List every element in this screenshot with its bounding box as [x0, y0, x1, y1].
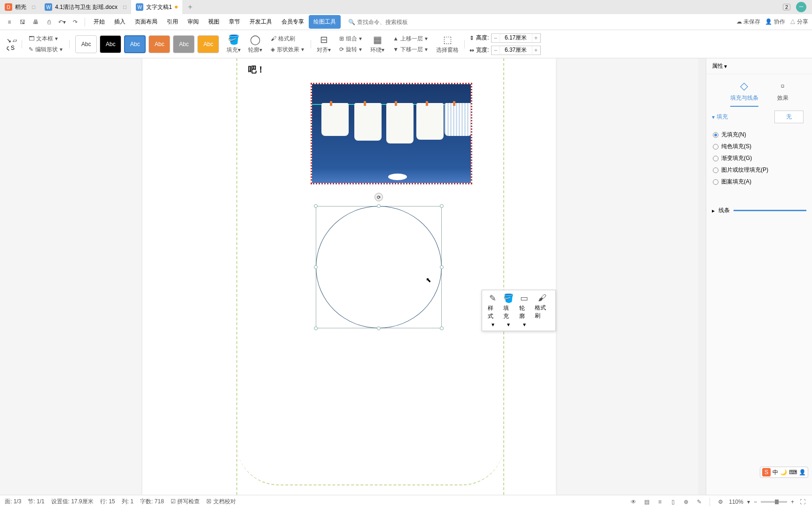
page-status[interactable]: 面: 1/3	[5, 498, 21, 506]
group-button[interactable]: ⊞ 组合 ▾	[337, 34, 364, 44]
rotate-button[interactable]: ⟳ 旋转 ▾	[337, 45, 364, 55]
style-preset-4[interactable]: Abc	[148, 35, 170, 53]
zoom-out[interactable]: −	[754, 499, 757, 505]
float-painter-button[interactable]: 🖌格式刷	[532, 293, 553, 328]
tab-reference[interactable]: 引用	[162, 15, 183, 29]
resize-handle-s[interactable]	[377, 326, 381, 330]
search-input[interactable]	[357, 19, 428, 25]
width-inc[interactable]: +	[532, 46, 540, 55]
unsaved-button[interactable]: ☁ 未保存	[736, 18, 760, 26]
radio-picture-fill[interactable]: 图片或纹理填充(P)	[713, 164, 805, 176]
float-outline-button[interactable]: ▭轮廓▾	[516, 293, 532, 328]
wrap-button[interactable]: ▦环绕▾	[367, 34, 388, 54]
share-button[interactable]: △ 分享	[790, 18, 808, 26]
fill-button[interactable]: 🪣填充▾	[223, 34, 244, 54]
fill-type-select[interactable]: 无	[774, 111, 804, 123]
proofread-button[interactable]: ☒ 文档校对	[206, 498, 235, 506]
width-dec[interactable]: −	[492, 46, 500, 55]
edit-shape-button[interactable]: ✎ 编辑形状 ▾	[27, 45, 64, 55]
zoom-value[interactable]: 110%	[729, 499, 743, 505]
view-page-icon[interactable]: ▤	[642, 498, 651, 506]
selection-pane-button[interactable]: ⬚选择窗格	[432, 34, 462, 54]
tab-layout[interactable]: 页面布局	[130, 15, 162, 29]
settings-icon[interactable]: ⚙	[716, 498, 725, 506]
tab-close-icon[interactable]: □	[32, 4, 35, 10]
view-reading-icon[interactable]: ▯	[668, 498, 678, 506]
print-icon[interactable]: 🖶	[30, 16, 41, 28]
menu-icon[interactable]: ≡	[4, 16, 15, 28]
tab-insert[interactable]: 插入	[109, 15, 130, 29]
style-preset-1[interactable]: Abc	[75, 35, 97, 53]
resize-handle-se[interactable]	[440, 326, 444, 330]
tab-close-icon[interactable]: □	[123, 4, 126, 10]
tab-devtools[interactable]: 开发工具	[245, 15, 277, 29]
textbox-button[interactable]: 🗔 文本框 ▾	[27, 34, 64, 44]
style-preset-6[interactable]: Abc	[197, 35, 219, 53]
resize-handle-ne[interactable]	[440, 204, 444, 208]
redo-icon[interactable]: ↷	[70, 16, 81, 28]
send-backward-button[interactable]: ▼ 下移一层 ▾	[391, 45, 429, 55]
radio-solid-fill[interactable]: 纯色填充(S)	[713, 141, 805, 152]
style-preset-5[interactable]: Abc	[173, 35, 195, 53]
resize-handle-w[interactable]	[314, 265, 318, 269]
panel-tab-fill-line[interactable]: ◇填充与线条	[730, 80, 758, 107]
tab-review[interactable]: 审阅	[183, 15, 203, 29]
line-section[interactable]: ▸线条	[706, 199, 812, 222]
resize-handle-n[interactable]	[377, 204, 381, 208]
tab-view[interactable]: 视图	[203, 15, 224, 29]
spellcheck-button[interactable]: ☑ 拼写检查	[171, 498, 200, 506]
shape-line-icon[interactable]: ↘ ▱	[7, 37, 17, 44]
radio-pattern-fill[interactable]: 图案填充(A)	[713, 176, 805, 188]
shape-curve-icon[interactable]: ς S	[7, 45, 17, 51]
shape-effects-button[interactable]: ◈ 形状效果 ▾	[269, 45, 306, 55]
view-web-icon[interactable]: ⊕	[681, 498, 691, 506]
tab-start[interactable]: 开始	[89, 15, 109, 29]
collab-button[interactable]: 👤 协作	[765, 18, 785, 26]
width-input[interactable]	[500, 46, 532, 55]
resize-handle-e[interactable]	[440, 265, 444, 269]
preview-icon[interactable]: ⎙	[43, 16, 55, 28]
radio-gradient-fill[interactable]: 渐变填充(G)	[713, 152, 805, 164]
save-icon[interactable]: 🖫	[17, 16, 28, 28]
resize-handle-nw[interactable]	[314, 204, 318, 208]
user-avatar[interactable]: 一	[796, 2, 806, 12]
panel-tab-effect[interactable]: ▫效果	[777, 80, 789, 107]
style-preset-2[interactable]: Abc	[100, 35, 121, 53]
fill-section-header[interactable]: ▾填充无	[706, 107, 812, 127]
tab-doc2[interactable]: W文字文稿1	[131, 0, 182, 14]
format-painter-button[interactable]: 🖌 格式刷	[269, 34, 306, 44]
command-search[interactable]: 🔍	[348, 19, 428, 25]
word-count[interactable]: 字数: 718	[140, 498, 164, 506]
eye-icon[interactable]: 👁	[629, 498, 638, 506]
new-tab-button[interactable]: +	[182, 3, 198, 11]
outline-button[interactable]: ◯轮廓▾	[244, 34, 266, 54]
document-canvas[interactable]: 吧！ ⟳	[0, 58, 698, 495]
style-preset-3[interactable]: Abc	[124, 35, 146, 53]
rotation-handle[interactable]: ⟳	[375, 193, 383, 201]
align-button[interactable]: ⊟对齐▾	[313, 34, 335, 54]
float-fill-button[interactable]: 🪣填充▾	[500, 293, 516, 328]
tab-doc1[interactable]: W4.1清洁与卫生 彭瑶.docx□	[40, 0, 131, 14]
tab-section[interactable]: 章节	[224, 15, 245, 29]
ime-indicator[interactable]: S 中 🌙 ⌨ 👤	[760, 467, 808, 478]
view-draft-icon[interactable]: ✎	[695, 498, 704, 506]
tab-docer[interactable]: D稻壳□	[0, 0, 40, 14]
zoom-in[interactable]: +	[791, 499, 794, 505]
vertical-scrollbar[interactable]	[698, 58, 706, 495]
zoom-slider[interactable]	[761, 501, 787, 503]
height-input[interactable]	[500, 34, 532, 42]
embedded-image[interactable]	[311, 83, 472, 184]
height-dec[interactable]: −	[492, 34, 500, 42]
float-style-button[interactable]: ✎样式▾	[485, 293, 500, 328]
radio-no-fill[interactable]: 无填充(N)	[713, 129, 805, 141]
ellipse-shape[interactable]	[316, 206, 442, 328]
tab-drawing[interactable]: 绘图工具	[309, 15, 341, 29]
height-inc[interactable]: +	[532, 34, 540, 42]
view-outline-icon[interactable]: ≡	[655, 498, 664, 506]
notification-badge[interactable]: 2	[783, 4, 790, 10]
bring-forward-button[interactable]: ▲ 上移一层 ▾	[391, 34, 429, 44]
selected-shape[interactable]: ⟳	[316, 206, 442, 328]
undo-icon[interactable]: ↶▾	[56, 16, 68, 28]
resize-handle-sw[interactable]	[314, 326, 318, 330]
tab-member[interactable]: 会员专享	[277, 15, 309, 29]
